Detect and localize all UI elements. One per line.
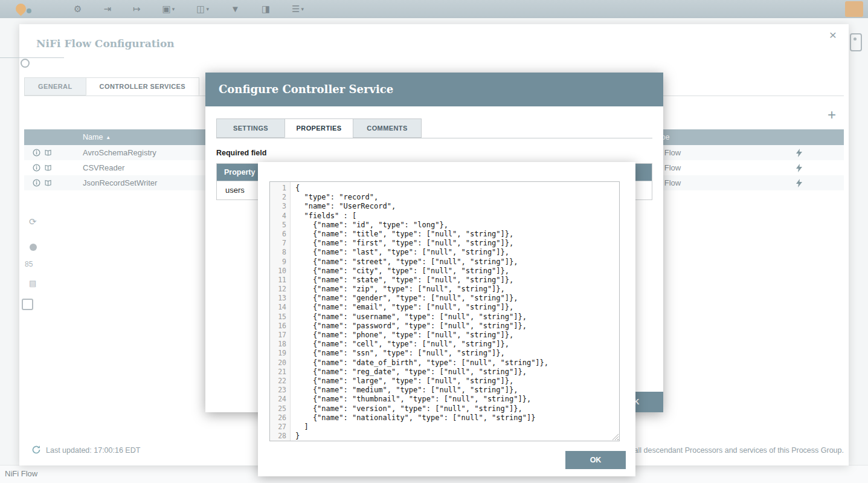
line-number: 13 xyxy=(270,294,290,303)
line-number: 21 xyxy=(270,368,290,377)
code-line: {"name": "phone", "type": ["null", "stri… xyxy=(291,331,619,340)
line-number: 6 xyxy=(270,230,290,239)
line-number: 24 xyxy=(270,395,290,404)
line-number: 18 xyxy=(270,340,290,349)
schema-code-editor[interactable]: 1234567891011121314151617181920212223242… xyxy=(269,181,620,441)
line-number: 4 xyxy=(270,212,290,221)
dialog-title: Configure Controller Service xyxy=(219,73,393,106)
code-line: {"name": "city", "type": ["null", "strin… xyxy=(291,267,619,276)
code-line: ] xyxy=(291,423,619,432)
code-line: { xyxy=(291,184,619,193)
line-number: 9 xyxy=(270,258,290,267)
line-number: 16 xyxy=(270,322,290,331)
code-line: {"name": "username", "type": ["null", "s… xyxy=(291,313,619,322)
code-line: {"name": "first", "type": ["null", "stri… xyxy=(291,239,619,248)
line-number: 2 xyxy=(270,193,290,202)
line-number: 14 xyxy=(270,303,290,312)
line-number: 15 xyxy=(270,313,290,322)
code-line: {"name": "cell", "type": ["null", "strin… xyxy=(291,340,619,349)
tab-comments[interactable]: COMMENTS xyxy=(353,118,422,138)
line-number: 10 xyxy=(270,267,290,276)
code-content: { "type": "record", "name": "UserRecord"… xyxy=(291,184,619,441)
line-number: 3 xyxy=(270,202,290,211)
editor-ok-button[interactable]: OK xyxy=(565,451,626,469)
code-line: {"name": "thumbnail", "type": ["null", "… xyxy=(291,395,619,404)
line-number: 20 xyxy=(270,358,290,368)
code-line: } xyxy=(291,432,619,441)
line-numbers-gutter: 1234567891011121314151617181920212223242… xyxy=(270,182,291,441)
tab-settings[interactable]: SETTINGS xyxy=(216,118,285,138)
value-editor-popup: 1234567891011121314151617181920212223242… xyxy=(258,162,635,476)
code-line: {"name": "nationality", "type": ["null",… xyxy=(291,413,619,423)
line-number: 11 xyxy=(270,276,290,285)
line-number: 1 xyxy=(270,184,290,193)
code-line: {"name": "large", "type": ["null", "stri… xyxy=(291,377,619,386)
line-number: 27 xyxy=(270,423,290,432)
line-number: 12 xyxy=(270,285,290,294)
code-line: {"name": "reg_date", "type": ["null", "s… xyxy=(291,368,619,377)
line-number: 7 xyxy=(270,239,290,248)
code-line: {"name": "zip", "type": ["null", "string… xyxy=(291,285,619,294)
line-number: 23 xyxy=(270,386,290,395)
property-name: users xyxy=(225,186,245,195)
code-line: "type": "record", xyxy=(291,193,619,202)
tab-properties[interactable]: PROPERTIES xyxy=(285,118,353,138)
line-number: 5 xyxy=(270,221,290,230)
code-line: "name": "UserRecord", xyxy=(291,202,619,211)
code-line: {"name": "date_of_birth", "type": ["null… xyxy=(291,358,619,368)
code-line: {"name": "street", "type": ["null", "str… xyxy=(291,258,619,267)
line-number: 26 xyxy=(270,413,290,423)
code-line: {"name": "medium", "type": ["null", "str… xyxy=(291,386,619,395)
line-number: 8 xyxy=(270,248,290,257)
configure-tabs: SETTINGS PROPERTIES COMMENTS xyxy=(216,118,652,138)
dialog-header: Configure Controller Service xyxy=(205,73,663,106)
code-line: {"name": "id", "type": "long"}, xyxy=(291,221,619,230)
line-number: 17 xyxy=(270,331,290,340)
code-line: {"name": "last", "type": ["null", "strin… xyxy=(291,248,619,257)
nifi-app: ⚙⇥↦▣▾◫▾▼◨☰▾ NiFi Flow NiFi Flow Configur… xyxy=(0,0,868,483)
code-line: {"name": "state", "type": ["null", "stri… xyxy=(291,276,619,285)
code-line: "fields" : [ xyxy=(291,212,619,221)
code-line: {"name": "gender", "type": ["null", "str… xyxy=(291,294,619,303)
line-number: 28 xyxy=(270,432,290,441)
line-number: 19 xyxy=(270,349,290,358)
required-field-label: Required field xyxy=(216,149,266,157)
code-line: {"name": "title", "type": ["null", "stri… xyxy=(291,230,619,239)
code-line: {"name": "email", "type": ["null", "stri… xyxy=(291,303,619,312)
code-line: {"name": "password", "type": ["null", "s… xyxy=(291,322,619,331)
line-number: 22 xyxy=(270,377,290,386)
code-line: {"name": "ssn", "type": ["null", "string… xyxy=(291,349,619,358)
line-number: 25 xyxy=(270,404,290,413)
code-line: {"name": "version", "type": ["null", "st… xyxy=(291,404,619,413)
